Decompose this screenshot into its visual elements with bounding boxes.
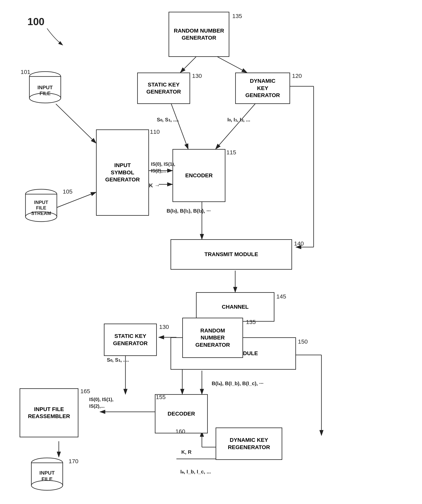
- ref-input-file-stream: 105: [63, 188, 72, 195]
- channel: CHANNEL: [196, 292, 274, 322]
- input-file-bot-cylinder: INPUT FILE: [27, 457, 67, 493]
- ref-isg: 110: [150, 128, 160, 135]
- ref-channel: 145: [276, 293, 286, 300]
- transmit-module: TRANSMIT MODULE: [171, 239, 292, 270]
- is-0-1-2-bot-label: IS(0), IS(1),IS(2),...: [89, 396, 113, 409]
- ref-skg-bot: 130: [159, 324, 169, 330]
- input-file-reassembler: INPUT FILEREASSEMBLER: [20, 388, 78, 437]
- ref-ifr: 165: [80, 388, 90, 395]
- s0-s1-top-label: S₀, S₁, ....: [157, 117, 179, 123]
- ref-receive: 150: [298, 338, 308, 345]
- ref-rng-bot: 135: [246, 319, 256, 325]
- i0-i1-i2-top-label: I₀, I₁, I₂, ...: [227, 117, 250, 123]
- static-key-generator-top: STATIC KEYGENERATOR: [137, 72, 190, 104]
- ref-100: 100: [27, 16, 44, 27]
- ia-ib-ic-label: Iₐ, I_b, I_c, ...: [180, 469, 211, 475]
- b-ia-ib-label: B(Iₐ), B(I_b), B(I_c), ···: [212, 380, 263, 387]
- s0-s1-bot-label: S₀, S₁, ....: [107, 357, 129, 363]
- ref-skg-top: 130: [192, 72, 202, 79]
- diagram: 100: [0, 0, 422, 504]
- input-file-top-cylinder: INPUT FILE: [25, 71, 65, 106]
- dynamic-key-generator-top: DYNAMICKEYGENERATOR: [235, 72, 290, 104]
- random-number-generator-bot: RANDOMNUMBERGENERATOR: [182, 318, 243, 358]
- svg-text:FILE: FILE: [40, 90, 51, 96]
- k-r-label: K, R: [181, 449, 191, 455]
- ref-transmit: 140: [294, 240, 304, 247]
- encoder: ENCODER: [172, 149, 226, 202]
- ref-rng-top: 135: [232, 13, 242, 19]
- input-file-stream-cylinder: INPUT FILE STREAM: [22, 188, 61, 225]
- ref-dkr: 160: [175, 428, 185, 435]
- ref-dkg-top: 120: [292, 72, 302, 79]
- svg-line-8: [216, 102, 257, 149]
- svg-text:INPUT: INPUT: [37, 84, 53, 90]
- svg-line-5: [56, 192, 96, 208]
- svg-text:INPUT: INPUT: [39, 470, 55, 476]
- svg-line-4: [56, 104, 96, 143]
- svg-text:FILE: FILE: [36, 205, 46, 210]
- b-i0-i1-label: B(I₀), B(I₁), B(I₂), ···: [166, 208, 211, 214]
- ref-input-file-bot: 170: [69, 458, 78, 465]
- static-key-generator-bot: STATIC KEYGENERATOR: [104, 324, 157, 356]
- ref-input-file-top: 101: [21, 69, 30, 75]
- random-number-generator-top: RANDOM NUMBER GENERATOR: [169, 12, 229, 57]
- dynamic-key-regenerator: DYNAMIC KEYREGENERATOR: [216, 427, 282, 460]
- input-symbol-generator: INPUTSYMBOLGENERATOR: [96, 129, 149, 216]
- svg-text:STREAM: STREAM: [31, 211, 51, 216]
- ref-encoder: 115: [226, 149, 236, 156]
- svg-line-3: [218, 57, 247, 72]
- svg-text:INPUT: INPUT: [34, 200, 48, 205]
- svg-text:FILE: FILE: [42, 476, 53, 482]
- k-top-label: K →: [149, 182, 160, 189]
- is-0-1-2-label: IS(0), IS(1),IS(2),...: [151, 161, 175, 174]
- ref-decoder: 155: [156, 394, 166, 401]
- svg-line-7: [171, 102, 188, 149]
- svg-line-2: [180, 57, 196, 72]
